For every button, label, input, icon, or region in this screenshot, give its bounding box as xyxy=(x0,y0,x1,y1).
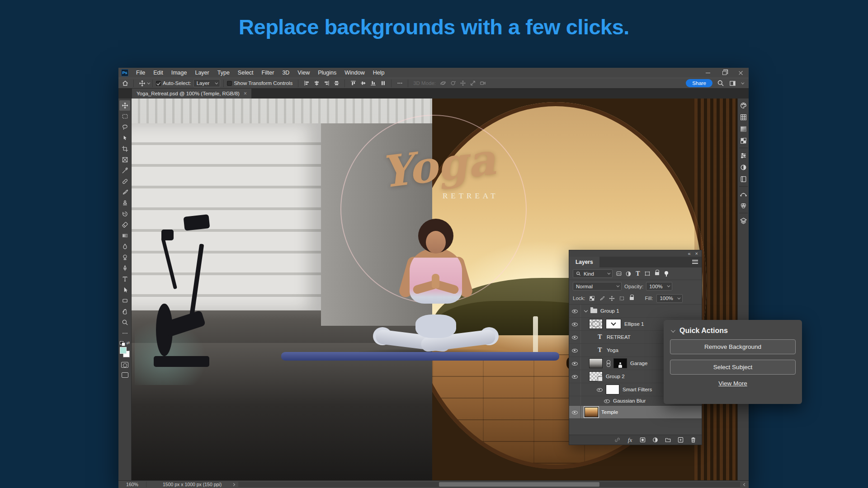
swatches-panel-button[interactable] xyxy=(739,113,748,122)
align-center-v-button[interactable] xyxy=(331,79,341,88)
edit-toolbar-button[interactable] xyxy=(119,328,130,338)
status-chevron-icon[interactable] xyxy=(232,483,235,486)
add-adjustment-button[interactable] xyxy=(651,436,659,444)
healing-brush-tool[interactable] xyxy=(119,176,130,187)
opacity-dropdown[interactable]: 100% xyxy=(646,282,672,291)
channels-panel-button[interactable] xyxy=(739,201,748,210)
libraries-panel-button[interactable] xyxy=(739,174,748,183)
filter-kind-dropdown[interactable]: Kind xyxy=(573,269,613,278)
tab-close-icon[interactable]: × xyxy=(244,90,247,97)
collapse-panel-icon[interactable]: « xyxy=(688,251,690,256)
visibility-toggle[interactable] xyxy=(569,331,581,343)
pen-tool[interactable] xyxy=(119,263,130,273)
menu-view[interactable]: View xyxy=(293,68,314,78)
layer-thumbnail[interactable] xyxy=(585,407,598,417)
dodge-tool[interactable] xyxy=(119,252,130,263)
lasso-tool[interactable] xyxy=(119,122,130,132)
gradients-panel-button[interactable] xyxy=(739,124,748,133)
shape-tool[interactable] xyxy=(119,296,130,306)
menu-filter[interactable]: Filter xyxy=(258,68,278,78)
object-selection-tool[interactable] xyxy=(119,133,130,143)
more-options-button[interactable] xyxy=(395,79,405,88)
lock-position-button[interactable] xyxy=(609,295,615,301)
lock-artboard-button[interactable] xyxy=(619,295,625,301)
layers-panel-button[interactable] xyxy=(739,216,748,225)
lock-transparency-button[interactable] xyxy=(589,295,595,301)
distribute-middle-button[interactable] xyxy=(358,79,368,88)
menu-type[interactable]: Type xyxy=(213,68,234,78)
visibility-toggle[interactable] xyxy=(569,305,581,317)
lock-all-button[interactable] xyxy=(629,295,635,301)
color-swatches[interactable] xyxy=(119,347,130,358)
paths-panel-button[interactable] xyxy=(739,189,748,198)
clone-stamp-tool[interactable] xyxy=(119,198,130,208)
chevron-down-icon[interactable] xyxy=(584,308,588,312)
default-swap-colors[interactable]: ⇄ xyxy=(120,340,130,346)
link-layers-button[interactable] xyxy=(613,436,621,444)
menu-plugins[interactable]: Plugins xyxy=(314,68,340,78)
scrollbar-thumb[interactable] xyxy=(439,482,599,487)
search-icon[interactable] xyxy=(717,80,724,87)
history-brush-tool[interactable] xyxy=(119,209,130,219)
quick-actions-header[interactable]: Quick Actions xyxy=(664,320,802,339)
menu-select[interactable]: Select xyxy=(234,68,258,78)
close-panel-icon[interactable]: × xyxy=(695,251,698,256)
close-button[interactable] xyxy=(732,68,749,78)
minimize-button[interactable] xyxy=(700,68,716,78)
eraser-tool[interactable] xyxy=(119,220,130,230)
horizontal-scrollbar[interactable] xyxy=(238,482,740,487)
eyedropper-tool[interactable] xyxy=(119,165,130,176)
chevron-down-icon[interactable] xyxy=(147,81,150,84)
layer-style-button[interactable]: fx xyxy=(626,436,634,444)
filter-adjustment-button[interactable] xyxy=(625,271,632,277)
menu-edit[interactable]: Edit xyxy=(149,68,167,78)
crop-tool[interactable] xyxy=(119,144,130,154)
frame-tool[interactable] xyxy=(119,155,130,165)
filter-shape-button[interactable] xyxy=(644,271,651,277)
lock-pixels-button[interactable] xyxy=(599,295,605,301)
delete-layer-button[interactable] xyxy=(689,436,697,444)
visibility-toggle[interactable] xyxy=(569,406,581,418)
new-group-button[interactable] xyxy=(664,436,672,444)
distribute-v-button[interactable] xyxy=(378,79,388,88)
chevron-down-icon[interactable] xyxy=(741,81,744,84)
adjustments-panel-button[interactable] xyxy=(739,163,748,172)
select-subject-button[interactable]: Select Subject xyxy=(670,360,796,375)
menu-help[interactable]: Help xyxy=(369,68,389,78)
menu-layer[interactable]: Layer xyxy=(191,68,213,78)
status-chevron-icon[interactable] xyxy=(743,483,746,486)
menu-window[interactable]: Window xyxy=(340,68,368,78)
filter-image-button[interactable] xyxy=(616,271,622,277)
smart-filter-thumbnail[interactable] xyxy=(606,385,619,394)
layers-tab[interactable]: Layers xyxy=(569,257,599,267)
3d-roll-button[interactable] xyxy=(448,79,458,88)
zoom-level[interactable]: 160% xyxy=(118,482,146,487)
layer-mask-thumbnail[interactable] xyxy=(613,358,627,368)
restore-button[interactable] xyxy=(716,68,732,78)
properties-panel-button[interactable] xyxy=(739,151,748,160)
distribute-top-button[interactable] xyxy=(348,79,358,88)
align-left-button[interactable] xyxy=(302,79,311,88)
brush-tool[interactable] xyxy=(119,187,130,197)
blur-tool[interactable] xyxy=(119,241,130,252)
visibility-toggle[interactable] xyxy=(569,318,581,330)
document-tab[interactable]: Yoga_Retreat.psd @ 100% (Temple, RGB/8) … xyxy=(132,89,251,99)
eye-icon[interactable] xyxy=(596,386,603,393)
panel-menu-icon[interactable] xyxy=(692,259,698,265)
align-center-h-button[interactable] xyxy=(311,79,321,88)
quick-mask-button[interactable] xyxy=(121,362,128,368)
type-tool[interactable] xyxy=(119,274,130,284)
remove-background-button[interactable]: Remove Background xyxy=(670,339,796,354)
3d-orbit-button[interactable] xyxy=(438,79,448,88)
3d-camera-button[interactable] xyxy=(478,79,488,88)
gradient-tool[interactable] xyxy=(119,230,130,241)
layer-thumbnail[interactable] xyxy=(589,358,603,368)
smart-object-thumbnail[interactable] xyxy=(589,371,603,381)
path-selection-tool[interactable] xyxy=(119,285,130,295)
auto-select-target-dropdown[interactable]: Layer xyxy=(193,79,221,87)
menu-3d[interactable]: 3D xyxy=(278,68,293,78)
3d-slide-button[interactable] xyxy=(468,79,478,88)
auto-select-checkbox[interactable] xyxy=(156,81,161,86)
share-button[interactable]: Share xyxy=(686,79,712,87)
patterns-panel-button[interactable] xyxy=(739,136,748,145)
